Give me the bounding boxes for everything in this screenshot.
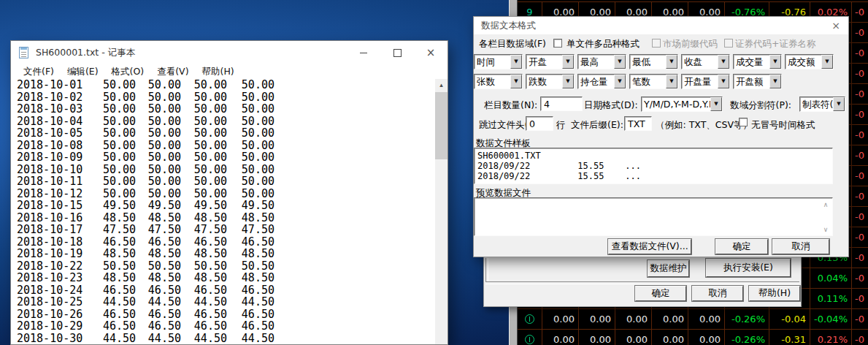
table-cell: -0	[852, 2, 868, 22]
view-data-file-button[interactable]: 查看数据文件(V)...	[608, 239, 691, 254]
menu-item[interactable]: 查看(V)	[150, 64, 195, 79]
menu-item[interactable]: 编辑(E)	[61, 64, 105, 79]
minimize-button[interactable]	[347, 41, 380, 64]
field-combo[interactable]: 笔数▼	[629, 74, 678, 89]
table-cell: -0	[852, 43, 868, 63]
notepad-line: 2018-10-1846.5046.5046.5046.50	[17, 236, 435, 249]
field-combo-value: 张数	[475, 75, 510, 88]
table-row[interactable]: 0.000.000.000.000.00-0.26%-0.04-0.04%-0	[518, 308, 868, 329]
table-cell	[518, 330, 542, 345]
market-prefix-checkbox	[652, 39, 661, 48]
chevron-down-icon[interactable]: ▼	[666, 75, 677, 88]
field-combo[interactable]: 最低▼	[629, 54, 678, 69]
date-format-combo[interactable]: Y/M/D,Y-M-D,Y.M.D ▼	[641, 96, 723, 112]
field-combo[interactable]: 最高▼	[577, 54, 626, 69]
separator-combo[interactable]: 制表符(T ▼	[799, 96, 845, 112]
table-cell: -0	[852, 145, 868, 165]
notepad-line: 2018-10-1948.5048.5048.5048.50	[17, 248, 435, 260]
notepad-line: 2018-10-0250.0050.0050.0050.00	[17, 91, 435, 104]
menu-item[interactable]: 帮助(H)	[196, 64, 241, 79]
field-combo[interactable]: 收盘▼	[681, 54, 730, 69]
scroll-up-icon[interactable]: ∧	[821, 200, 831, 210]
sample-line: 2018/09/22 15.55 ...	[477, 171, 832, 181]
column-count-input[interactable]: 4	[540, 96, 583, 111]
notepad-line: 2018-10-1150.0050.0050.0050.00	[17, 175, 435, 188]
notepad-scrollbar[interactable]: ▴	[435, 79, 448, 344]
install-button[interactable]: 执行安装(E)	[706, 259, 791, 277]
field-combo[interactable]: 时间▼	[474, 54, 523, 69]
field-combo[interactable]: 持仓量▼	[577, 74, 626, 89]
cancel-button[interactable]: 取消	[692, 286, 743, 301]
multi-file-checkbox[interactable]	[553, 39, 562, 48]
field-combo[interactable]: 开盘▼	[526, 54, 575, 69]
field-combo[interactable]: 开盘量▼	[681, 74, 730, 89]
notepad-titlebar[interactable]: SH600001.txt - 记事本 ×	[11, 41, 448, 64]
close-button[interactable]: ×	[414, 41, 448, 64]
data-maintain-button[interactable]: 数据维护	[648, 260, 689, 277]
ok-button[interactable]: 确定	[635, 286, 686, 301]
dialog-body: 各栏目数据域(F) 单文件多品种格式 市场前缀代码 证券代码+证券名称 时间▼开…	[474, 34, 848, 257]
table-cell: -0	[852, 227, 868, 247]
scrollbar-thumb[interactable]	[435, 92, 448, 159]
table-cell: 0.00	[579, 309, 615, 329]
maximize-button[interactable]	[380, 41, 414, 64]
table-cell: -0	[852, 186, 868, 206]
sample-box: SH600001.TXT2018/09/22 15.55 ...2018/09/…	[474, 148, 833, 184]
no-colon-checkbox-label: 无冒号时间格式	[751, 119, 815, 132]
ok-button[interactable]: 确定	[715, 239, 768, 254]
table-cell: -0	[852, 207, 868, 227]
preview-box: ∧ ∨	[474, 197, 833, 236]
groupbox-divider	[485, 281, 799, 284]
dialog-titlebar[interactable]: 数据文本格式 ×	[474, 17, 848, 34]
table-cell: 0.00	[542, 330, 579, 345]
table-cell: -0.04	[769, 309, 810, 329]
chevron-down-icon[interactable]: ▼	[562, 55, 574, 69]
cancel-button[interactable]: 取消	[772, 239, 829, 254]
table-cell: -0	[852, 64, 868, 83]
skip-header-input[interactable]: 0	[526, 116, 553, 131]
chevron-down-icon[interactable]: ▼	[718, 55, 729, 69]
field-combo[interactable]: 跌数▼	[526, 74, 575, 89]
table-cell: -0	[852, 125, 868, 145]
sample-line: 2018/09/22 15.55 ...	[477, 161, 832, 171]
table-cell	[518, 309, 542, 329]
menu-item[interactable]: 格式(O)	[105, 64, 151, 79]
chevron-down-icon[interactable]: ▼	[821, 55, 833, 69]
skip-header-suffix: 行	[556, 119, 566, 132]
field-combo[interactable]: 成交额▼	[785, 54, 834, 69]
table-row[interactable]: 0.000.000.000.000.00-0.26%-0.310.21%-0	[518, 329, 868, 345]
chevron-down-icon[interactable]: ▼	[510, 55, 522, 69]
menu-item[interactable]: 文件(F)	[17, 64, 61, 79]
scroll-up-icon[interactable]: ▴	[435, 79, 448, 91]
table-cell: -0	[852, 268, 868, 288]
table-cell: 0.11%	[810, 289, 852, 308]
chevron-down-icon[interactable]: ▼	[614, 75, 626, 88]
desktop: { "icons": { "dropdown": "▼", "close": "…	[0, 0, 868, 345]
chevron-down-icon[interactable]: ▼	[510, 75, 522, 88]
market-prefix-checkbox-label: 市场前缀代码	[663, 38, 718, 50]
table-cell: -0	[852, 166, 868, 186]
table-cell: 0.21%	[810, 330, 852, 345]
chevron-down-icon[interactable]: ▼	[562, 75, 574, 88]
field-combo[interactable]: 张数▼	[474, 74, 523, 89]
no-colon-checkbox[interactable]	[739, 118, 748, 126]
chevron-down-icon[interactable]: ▼	[718, 75, 729, 88]
help-button[interactable]: 帮助(H)	[749, 286, 800, 301]
scroll-down-icon[interactable]: ∨	[821, 224, 831, 235]
field-combo[interactable]: 开盘额▼	[733, 74, 782, 89]
notepad-text[interactable]: 2018-10-0150.0050.0050.0050.002018-10-02…	[11, 79, 435, 344]
close-button[interactable]: ×	[823, 17, 848, 34]
field-combo[interactable]: 成交量▼	[733, 54, 782, 69]
chevron-down-icon[interactable]: ▼	[666, 55, 677, 69]
field-combo-value: 成交额	[786, 55, 821, 69]
table-cell: 0.00	[615, 309, 652, 329]
notepad-line: 2018-10-1648.5048.5048.5048.50	[17, 212, 435, 224]
chevron-down-icon[interactable]: ▼	[769, 55, 781, 69]
chevron-down-icon[interactable]: ▼	[710, 97, 722, 111]
file-ext-input[interactable]: TXT	[624, 116, 652, 131]
chevron-down-icon[interactable]: ▼	[769, 75, 781, 88]
chevron-down-icon[interactable]: ▼	[833, 97, 845, 111]
field-combo-value: 成交量	[734, 55, 769, 69]
chevron-down-icon[interactable]: ▼	[614, 55, 626, 69]
file-ext-hint: （例如: TXT、CSV等）	[656, 119, 752, 132]
